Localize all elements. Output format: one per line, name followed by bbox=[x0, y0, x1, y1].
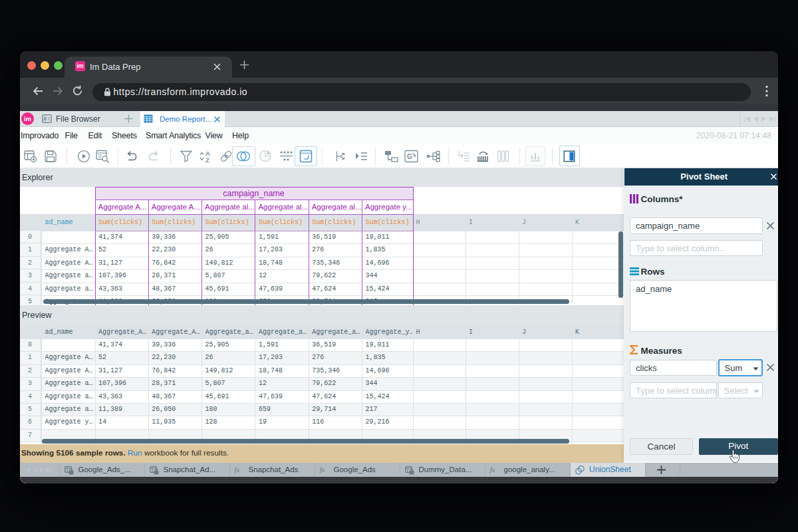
svg-text:A: A bbox=[205, 150, 210, 157]
svg-text:G: G bbox=[407, 153, 412, 160]
svg-text:Z: Z bbox=[205, 156, 209, 163]
